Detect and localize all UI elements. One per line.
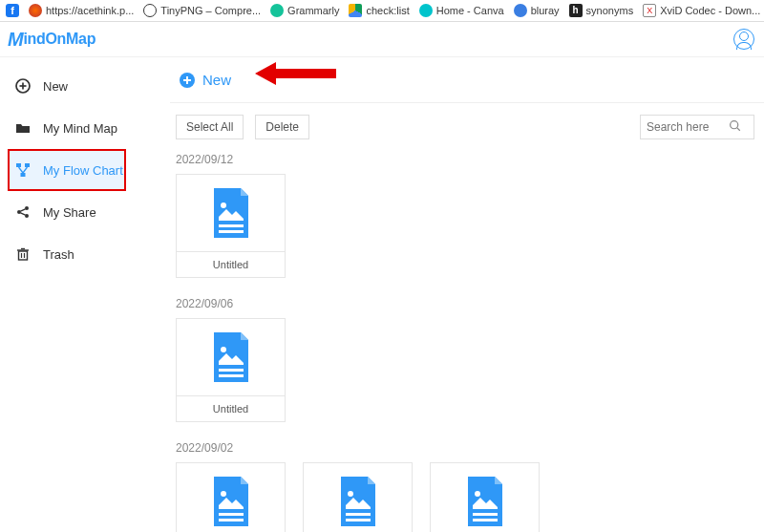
svg-point-18 — [731, 121, 738, 129]
svg-rect-30 — [346, 513, 371, 516]
svg-point-32 — [475, 491, 480, 497]
svg-rect-4 — [25, 163, 30, 167]
sidebar-item-label: My Flow Chart — [43, 163, 123, 178]
search-box[interactable] — [640, 115, 754, 139]
grammarly-icon — [270, 4, 284, 17]
svg-line-19 — [737, 128, 740, 131]
svg-point-23 — [221, 347, 226, 352]
cards-row — [170, 462, 764, 532]
user-avatar-icon[interactable] — [733, 29, 754, 50]
select-all-button[interactable]: Select All — [176, 115, 244, 139]
svg-point-20 — [221, 202, 226, 208]
document-icon — [210, 477, 252, 526]
bookmark-item[interactable]: Grammarly — [270, 4, 339, 17]
bookmark-item[interactable]: XXviD Codec - Down... — [643, 4, 760, 17]
card-thumbnail — [177, 319, 285, 395]
share-icon — [15, 204, 31, 220]
synonyms-icon: h — [569, 4, 583, 17]
bookmark-item[interactable]: check:list — [349, 4, 409, 17]
file-card[interactable] — [430, 462, 540, 532]
site-icon — [29, 4, 42, 17]
new-button[interactable]: New — [176, 72, 231, 88]
xvid-icon: X — [643, 4, 656, 17]
bookmark-label: synonyms — [586, 5, 634, 16]
sidebar-item-trash[interactable]: Trash — [0, 233, 170, 275]
svg-rect-5 — [21, 173, 26, 177]
plus-icon — [180, 73, 195, 88]
file-card[interactable] — [303, 462, 413, 532]
card-title: Untitled — [177, 395, 285, 421]
drive-icon — [349, 4, 362, 17]
svg-rect-3 — [16, 163, 21, 167]
sidebar-item-label: My Mind Map — [43, 121, 117, 136]
file-card[interactable]: Untitled — [176, 318, 286, 422]
svg-line-11 — [21, 209, 26, 211]
bookmark-item[interactable]: https://acethink.p... — [29, 4, 134, 17]
svg-point-26 — [221, 491, 226, 497]
app-header: MMindOnMapindOnMap — [0, 22, 764, 57]
card-thumbnail — [304, 463, 412, 532]
file-card[interactable] — [176, 462, 286, 532]
actions-bar: Select All Delete — [170, 103, 764, 151]
folder-icon — [15, 120, 31, 136]
sidebar-item-label: Trash — [43, 247, 74, 262]
content-toolbar: New — [170, 57, 764, 103]
svg-point-29 — [348, 491, 353, 497]
document-icon — [464, 477, 506, 526]
flowchart-icon — [15, 162, 31, 178]
bookmark-label: Grammarly — [287, 5, 339, 16]
search-icon — [729, 118, 741, 136]
svg-rect-24 — [219, 369, 244, 372]
bluray-icon — [514, 4, 527, 17]
bookmark-label: bluray — [531, 5, 560, 16]
sidebar-item-label: My Share — [43, 205, 96, 220]
svg-rect-25 — [219, 374, 244, 377]
svg-rect-34 — [473, 519, 498, 521]
card-thumbnail — [177, 463, 285, 532]
svg-rect-28 — [219, 519, 244, 521]
delete-button[interactable]: Delete — [255, 115, 309, 139]
bookmark-label: check:list — [366, 5, 409, 16]
bookmark-item[interactable]: bluray — [514, 4, 560, 17]
cards-row: Untitled — [170, 318, 764, 439]
bookmark-label: TinyPNG – Compre... — [160, 5, 261, 16]
sidebar-item-mindmap[interactable]: My Mind Map — [0, 107, 170, 149]
svg-line-7 — [23, 167, 28, 173]
svg-rect-27 — [219, 513, 244, 516]
file-card[interactable]: Untitled — [176, 174, 286, 278]
sidebar: New My Mind Map My Flow Chart My Share T… — [0, 57, 170, 532]
canva-icon — [419, 4, 433, 17]
bookmark-item[interactable]: TinyPNG – Compre... — [143, 4, 261, 17]
search-input[interactable] — [647, 120, 729, 134]
svg-rect-22 — [219, 230, 244, 233]
bookmark-label: XviD Codec - Down... — [660, 5, 760, 16]
panda-icon — [143, 4, 157, 17]
svg-rect-31 — [346, 519, 371, 521]
card-thumbnail — [431, 463, 539, 532]
svg-rect-13 — [19, 251, 28, 260]
sidebar-item-share[interactable]: My Share — [0, 191, 170, 233]
card-title: Untitled — [177, 251, 285, 277]
content-area: New Select All Delete 2022/09/12 Untitle… — [170, 57, 764, 532]
bookmark-item[interactable]: hsynonyms — [569, 4, 634, 17]
document-icon — [210, 332, 252, 382]
sidebar-item-flowchart[interactable]: My Flow Chart — [8, 149, 126, 191]
new-button-label: New — [202, 72, 231, 88]
bookmark-label: https://acethink.p... — [46, 5, 134, 16]
bookmark-item[interactable]: f — [6, 4, 19, 17]
facebook-icon: f — [6, 4, 19, 17]
svg-line-6 — [19, 167, 24, 173]
bookmark-item[interactable]: Home - Canva — [419, 4, 504, 17]
trash-icon — [15, 246, 31, 262]
date-header: 2022/09/12 — [170, 151, 764, 174]
sidebar-item-new[interactable]: New — [0, 65, 170, 107]
svg-line-12 — [21, 213, 26, 215]
bookmarks-bar: f https://acethink.p... TinyPNG – Compre… — [0, 0, 764, 22]
bookmark-label: Home - Canva — [436, 5, 504, 16]
app-logo[interactable]: MMindOnMapindOnMap — [8, 29, 96, 51]
plus-circle-icon — [15, 78, 31, 94]
sidebar-item-label: New — [43, 79, 68, 94]
date-header: 2022/09/02 — [170, 439, 764, 462]
document-icon — [210, 188, 252, 238]
document-icon — [337, 477, 379, 526]
